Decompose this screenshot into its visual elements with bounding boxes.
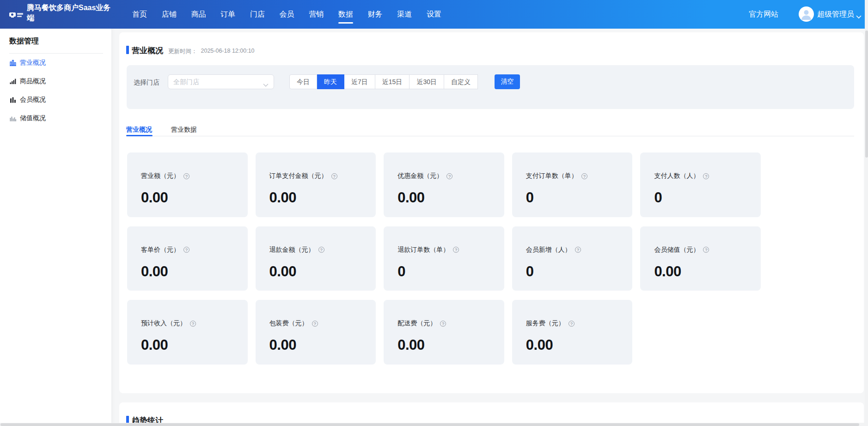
official-website-link[interactable]: 官方网站 xyxy=(749,0,778,29)
bar-chart-solid-icon xyxy=(10,97,16,103)
help-icon[interactable]: ? xyxy=(575,247,581,253)
section-accent-bar xyxy=(126,46,129,54)
help-icon[interactable]: ? xyxy=(331,173,337,179)
nav-item[interactable]: 首页 xyxy=(132,0,147,29)
stat-value: 0.00 xyxy=(141,337,168,353)
date-range-button[interactable]: 近30日 xyxy=(410,74,444,89)
help-icon[interactable]: ? xyxy=(312,321,318,327)
stat-label-text: 退款订单数（单） xyxy=(397,246,449,254)
sidebar-item-label: 营业概况 xyxy=(20,59,46,67)
help-icon[interactable]: ? xyxy=(440,321,446,327)
active-tab-underline xyxy=(126,135,153,136)
date-range-button[interactable]: 近7日 xyxy=(344,74,375,89)
chevron-down-icon xyxy=(263,80,269,89)
stat-label-text: 订单支付金额（元） xyxy=(269,172,328,180)
nav-item[interactable]: 商品 xyxy=(191,0,206,29)
tab-business-overview[interactable]: 营业概况 xyxy=(126,126,152,134)
date-range-button[interactable]: 自定义 xyxy=(444,74,478,89)
avatar[interactable] xyxy=(799,6,814,22)
stat-card: 支付人数（人） ? 0 xyxy=(640,152,761,217)
help-icon[interactable]: ? xyxy=(703,173,709,179)
sidebar: 数据管理 营业概况 商品概况 会员概况 储值概况 xyxy=(0,29,112,426)
sidebar-item-business-overview[interactable]: 营业概况 xyxy=(0,54,111,72)
help-icon[interactable]: ? xyxy=(703,247,709,253)
main-nav: 首页 店铺 商品 订单 门店 会员 营销 数据 财务 渠道 设置 xyxy=(132,0,456,29)
stat-label-text: 预计收入（元） xyxy=(141,319,186,328)
nav-item[interactable]: 财务 xyxy=(368,0,383,29)
help-icon[interactable]: ? xyxy=(446,173,452,179)
help-icon[interactable]: ? xyxy=(581,173,587,179)
stat-card: 支付订单数（单） ? 0 xyxy=(512,152,633,217)
stat-value: 0 xyxy=(654,189,662,206)
stat-value: 0 xyxy=(397,263,405,280)
stat-value: 0.00 xyxy=(397,337,424,353)
store-select[interactable]: 全部门店 xyxy=(168,74,274,89)
stat-card: 退款金额（元） ? 0.00 xyxy=(256,226,376,291)
stat-label: 预计收入（元） ? xyxy=(141,319,196,328)
help-icon[interactable]: ? xyxy=(183,247,189,253)
stat-label-text: 会员储值（元） xyxy=(654,246,699,254)
sidebar-item-label: 储值概况 xyxy=(20,114,46,122)
stat-label: 退款订单数（单） ? xyxy=(397,246,459,254)
horizontal-scrollbar-thumb[interactable] xyxy=(0,423,859,426)
stat-label: 包装费（元） ? xyxy=(269,319,318,328)
help-icon[interactable]: ? xyxy=(183,173,189,179)
nav-item[interactable]: 会员 xyxy=(279,0,294,29)
date-range-button[interactable]: 近15日 xyxy=(375,74,410,89)
date-range-button[interactable]: 今日 xyxy=(289,74,317,89)
vertical-scrollbar[interactable] xyxy=(865,0,868,426)
stat-value: 0.00 xyxy=(269,263,296,280)
date-range-group: 今日 昨天 近7日 近15日 近30日 自定义 xyxy=(289,74,478,89)
update-time-value: 2025-06-18 12:00:10 xyxy=(201,48,255,55)
help-icon[interactable]: ? xyxy=(318,247,324,253)
histogram-icon xyxy=(10,115,16,122)
tabs-divider xyxy=(127,136,854,136)
stat-value: 0.00 xyxy=(397,189,424,206)
date-range-button[interactable]: 昨天 xyxy=(317,74,344,89)
stat-label: 营业额（元） ? xyxy=(141,172,189,180)
help-icon[interactable]: ? xyxy=(568,321,575,327)
stats-grid: 营业额（元） ? 0.00 订单支付金额（元） ? 0.00 优惠金额（元） xyxy=(127,152,761,365)
nav-item[interactable]: 门店 xyxy=(250,0,265,29)
sidebar-item-product-overview[interactable]: 商品概况 xyxy=(0,72,111,91)
nav-item[interactable]: 渠道 xyxy=(397,0,412,29)
sidebar-menu: 营业概况 商品概况 会员概况 储值概况 xyxy=(0,54,111,128)
store-select-placeholder: 全部门店 xyxy=(173,75,199,89)
help-icon[interactable]: ? xyxy=(190,321,196,327)
stat-card: 预计收入（元） ? 0.00 xyxy=(127,300,248,365)
sidebar-item-member-overview[interactable]: 会员概况 xyxy=(0,91,111,109)
stat-label-text: 支付人数（人） xyxy=(654,172,699,180)
stat-label-text: 会员新增（人） xyxy=(526,246,571,254)
sidebar-item-label: 会员概况 xyxy=(20,96,46,104)
vertical-scrollbar-thumb[interactable] xyxy=(865,30,868,158)
chevron-down-icon[interactable] xyxy=(856,12,862,21)
stat-card: 订单支付金额（元） ? 0.00 xyxy=(256,152,376,217)
stat-label: 会员储值（元） ? xyxy=(654,246,709,254)
stat-value: 0 xyxy=(526,189,534,206)
stat-label-text: 配送费（元） xyxy=(397,319,436,328)
sidebar-item-stored-value-overview[interactable]: 储值概况 xyxy=(0,109,111,128)
stat-label-text: 营业额（元） xyxy=(141,172,180,180)
stat-card: 退款订单数（单） ? 0 xyxy=(384,226,504,291)
tab-business-data[interactable]: 营业数据 xyxy=(171,126,197,134)
stat-card: 会员新增（人） ? 0 xyxy=(512,226,633,291)
stat-label-text: 客单价（元） xyxy=(141,246,180,254)
update-time: 更新时间： 2025-06-18 12:00:10 xyxy=(168,48,255,55)
stat-label-text: 退款金额（元） xyxy=(269,246,315,254)
stat-label-text: 包装费（元） xyxy=(269,319,308,328)
nav-item[interactable]: 订单 xyxy=(220,0,235,29)
logo-caption-decoration xyxy=(17,13,23,17)
nav-item[interactable]: 数据 xyxy=(338,0,353,29)
nav-item[interactable]: 营销 xyxy=(309,0,324,29)
app-title: 腾马餐饮多商户Saas业务端 xyxy=(27,3,113,23)
nav-item[interactable]: 设置 xyxy=(427,0,441,29)
clear-button[interactable]: 清空 xyxy=(495,74,520,89)
stat-value: 0.00 xyxy=(141,263,168,280)
stat-card: 优惠金额（元） ? 0.00 xyxy=(384,152,504,217)
horizontal-scrollbar[interactable] xyxy=(0,423,865,426)
app-logo-icon xyxy=(9,12,16,18)
user-name[interactable]: 超级管理员 xyxy=(817,0,854,29)
stat-value: 0.00 xyxy=(526,337,553,353)
help-icon[interactable]: ? xyxy=(453,247,459,253)
nav-item[interactable]: 店铺 xyxy=(162,0,177,29)
